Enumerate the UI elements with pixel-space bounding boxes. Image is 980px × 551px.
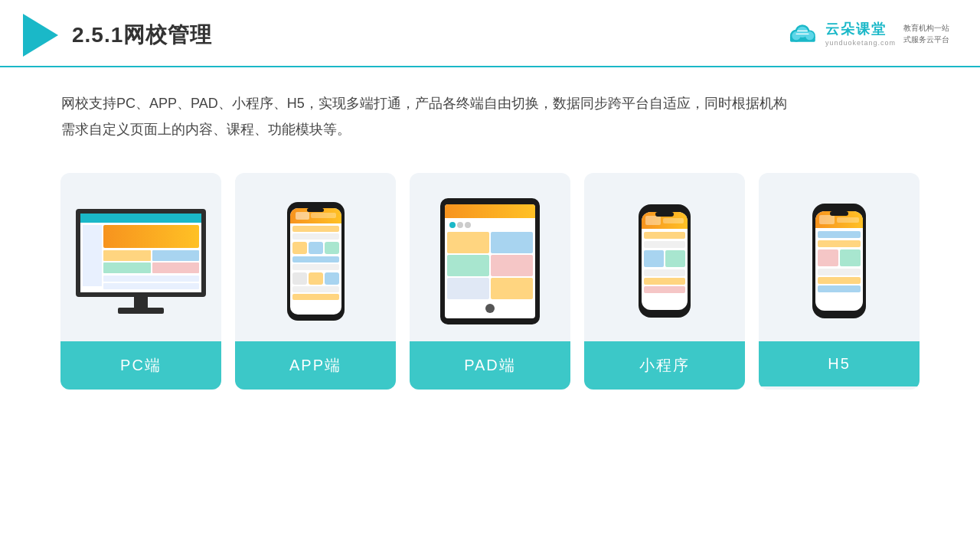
page-header: 2.5.1网校管理 云朵课堂 yunduoketang.com 教育机构一站式服… [0, 0, 980, 67]
h5-phone-screen [815, 211, 863, 311]
logo-triangle-icon [23, 14, 58, 57]
pc-monitor-icon [76, 209, 206, 314]
device-card-app: APP端 [235, 173, 396, 390]
h5-image-area [759, 173, 920, 341]
svg-point-6 [805, 31, 814, 40]
phone-screen-app [290, 208, 341, 315]
app-image-area [235, 173, 396, 341]
tablet-screen [445, 204, 535, 318]
brand-text: 云朵课堂 yunduoketang.com [825, 20, 896, 47]
page-title: 2.5.1网校管理 [72, 21, 212, 50]
mini-label: 小程序 [584, 341, 745, 390]
h5-phone-mockup [812, 204, 866, 318]
devices-container: PC端 [0, 150, 980, 412]
brand-tagline: 教育机构一站式服务云平台 [903, 21, 949, 44]
description-text: 网校支持PC、APP、PAD、小程序、H5，实现多端打通，产品各终端自由切换，数… [0, 67, 980, 150]
brand-icon-area: 云朵课堂 yunduoketang.com 教育机构一站式服务云平台 [784, 20, 949, 47]
brand-url: yunduoketang.com [825, 39, 896, 47]
device-card-pc: PC端 [60, 173, 221, 390]
pad-image-area [410, 173, 570, 341]
phone-mockup-app [287, 202, 345, 321]
device-card-mini: 小程序 [584, 173, 745, 390]
mini-phone-mockup [639, 204, 691, 318]
pc-image-area [60, 173, 221, 341]
svg-point-5 [792, 31, 800, 40]
brand-logo: 云朵课堂 yunduoketang.com 教育机构一站式服务云平台 [784, 20, 949, 47]
monitor-screen [76, 209, 206, 297]
device-card-pad: PAD端 [410, 173, 570, 390]
tablet-mockup [440, 198, 540, 324]
mini-image-area [584, 173, 745, 341]
pc-label: PC端 [60, 341, 221, 390]
h5-label: H5 [759, 341, 920, 386]
brand-name: 云朵课堂 [825, 20, 896, 38]
pad-label: PAD端 [410, 341, 570, 390]
mini-phone-screen [642, 212, 688, 310]
app-label: APP端 [235, 341, 396, 390]
device-card-h5: H5 [759, 173, 920, 390]
cloud-icon [784, 21, 821, 44]
